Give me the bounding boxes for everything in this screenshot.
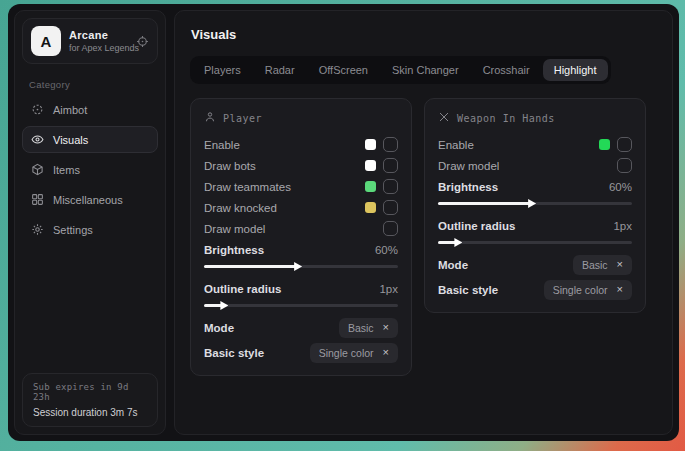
- checkbox[interactable]: [383, 137, 398, 152]
- tag-single-color[interactable]: Single color×: [544, 280, 632, 300]
- player-icon: [204, 111, 216, 125]
- setting-label: Enable: [438, 139, 474, 151]
- subscription-info-box: Sub expires in 9d 23h Session duration 3…: [22, 373, 158, 427]
- panel-header: Weapon In Hands: [438, 111, 632, 125]
- toggle-controls: [365, 200, 398, 215]
- tab-highlight[interactable]: Highlight: [543, 59, 608, 81]
- sidebar-item-label: Miscellaneous: [53, 194, 123, 206]
- toggle-controls: [599, 137, 632, 152]
- setting-label: Draw knocked: [204, 202, 277, 214]
- tab-players[interactable]: Players: [193, 59, 252, 81]
- setting-label: Mode: [204, 322, 234, 334]
- setting-label: Brightness: [438, 181, 498, 193]
- tag-label: Single color: [319, 347, 374, 359]
- setting-label: Draw model: [204, 223, 265, 235]
- checkbox[interactable]: [383, 179, 398, 194]
- weapon-icon: [438, 111, 450, 125]
- app-header: A Arcane for Apex Legends: [22, 18, 158, 64]
- app-logo: A: [31, 26, 61, 56]
- tab-offscreen[interactable]: OffScreen: [308, 59, 379, 81]
- color-swatch[interactable]: [365, 202, 376, 213]
- session-duration-text: Session duration 3m 7s: [33, 407, 147, 418]
- box-icon: [31, 163, 44, 176]
- target-icon[interactable]: [136, 35, 149, 48]
- sidebar-item-settings[interactable]: Settings: [22, 216, 158, 243]
- color-swatch[interactable]: [365, 160, 376, 171]
- page-title: Visuals: [191, 27, 657, 42]
- panel-player: PlayerEnableDraw botsDraw teammatesDraw …: [190, 98, 412, 376]
- sidebar-item-miscellaneous[interactable]: Miscellaneous: [22, 186, 158, 213]
- tag-basic[interactable]: Basic×: [339, 318, 398, 338]
- app-subtitle: for Apex Legends: [69, 43, 128, 53]
- remove-tag-icon[interactable]: ×: [617, 284, 623, 295]
- sidebar-item-label: Items: [53, 164, 80, 176]
- tab-radar[interactable]: Radar: [254, 59, 306, 81]
- color-swatch[interactable]: [365, 139, 376, 150]
- slider-value: 1px: [613, 220, 632, 232]
- checkbox[interactable]: [383, 158, 398, 173]
- color-swatch[interactable]: [599, 139, 610, 150]
- slider-value: 1px: [379, 283, 398, 295]
- setting-label: Enable: [204, 139, 240, 151]
- toggle-controls: [383, 221, 398, 236]
- row-draw-teammates: Draw teammates: [204, 176, 398, 197]
- setting-label: Outline radius: [204, 283, 281, 295]
- toggle-controls: [365, 137, 398, 152]
- sidebar-item-label: Visuals: [53, 134, 88, 146]
- row-draw-model: Draw model: [204, 218, 398, 239]
- panels-container: PlayerEnableDraw botsDraw teammatesDraw …: [190, 98, 657, 376]
- row-mode: ModeBasic×: [438, 254, 632, 275]
- row-outline-radius: Outline radius1px: [204, 278, 398, 299]
- row-enable: Enable: [438, 134, 632, 155]
- tag-basic[interactable]: Basic×: [573, 255, 632, 275]
- sidebar-item-aimbot[interactable]: Aimbot: [22, 96, 158, 123]
- tab-bar: PlayersRadarOffScreenSkin ChangerCrossha…: [190, 56, 611, 84]
- app-header-text: Arcane for Apex Legends: [69, 29, 128, 53]
- panel-title: Weapon In Hands: [457, 113, 555, 124]
- checkbox[interactable]: [383, 221, 398, 236]
- app-window: A Arcane for Apex Legends Category Aimbo…: [8, 4, 679, 441]
- slider-thumb[interactable]: [528, 199, 536, 208]
- row-draw-bots: Draw bots: [204, 155, 398, 176]
- slider-outline-radius[interactable]: [204, 301, 398, 310]
- sidebar-nav: AimbotVisualsItemsMiscellaneousSettings: [15, 96, 165, 243]
- slider-thumb[interactable]: [294, 262, 302, 271]
- row-enable: Enable: [204, 134, 398, 155]
- sidebar-item-label: Settings: [53, 224, 93, 236]
- sidebar: A Arcane for Apex Legends Category Aimbo…: [14, 10, 166, 435]
- checkbox[interactable]: [383, 200, 398, 215]
- slider-fill: [438, 202, 531, 205]
- color-swatch[interactable]: [365, 181, 376, 192]
- tag-label: Basic: [582, 259, 608, 271]
- sidebar-item-items[interactable]: Items: [22, 156, 158, 183]
- remove-tag-icon[interactable]: ×: [617, 259, 623, 270]
- slider-thumb[interactable]: [220, 301, 228, 310]
- grid-icon: [31, 193, 44, 206]
- tag-single-color[interactable]: Single color×: [310, 343, 398, 363]
- slider-fill: [204, 265, 297, 268]
- setting-label: Outline radius: [438, 220, 515, 232]
- gear-icon: [31, 223, 44, 236]
- slider-outline-radius[interactable]: [438, 238, 632, 247]
- app-name: Arcane: [69, 29, 128, 41]
- slider-thumb[interactable]: [454, 238, 462, 247]
- setting-label: Basic style: [438, 284, 498, 296]
- slider-brightness[interactable]: [438, 199, 632, 208]
- tab-crosshair[interactable]: Crosshair: [472, 59, 541, 81]
- tab-skin-changer[interactable]: Skin Changer: [381, 59, 470, 81]
- setting-label: Brightness: [204, 244, 264, 256]
- checkbox[interactable]: [617, 158, 632, 173]
- checkbox[interactable]: [617, 137, 632, 152]
- remove-tag-icon[interactable]: ×: [383, 347, 389, 358]
- slider-brightness[interactable]: [204, 262, 398, 271]
- row-mode: ModeBasic×: [204, 317, 398, 338]
- remove-tag-icon[interactable]: ×: [383, 322, 389, 333]
- sidebar-item-visuals[interactable]: Visuals: [22, 126, 158, 153]
- sub-expires-text: Sub expires in 9d 23h: [33, 382, 147, 402]
- row-brightness: Brightness60%: [438, 176, 632, 197]
- eye-icon: [31, 133, 44, 146]
- toggle-controls: [617, 158, 632, 173]
- panel-weapon-in-hands: Weapon In HandsEnableDraw modelBrightnes…: [424, 98, 646, 313]
- desktop-background: A Arcane for Apex Legends Category Aimbo…: [0, 0, 685, 451]
- panel-title: Player: [223, 113, 262, 124]
